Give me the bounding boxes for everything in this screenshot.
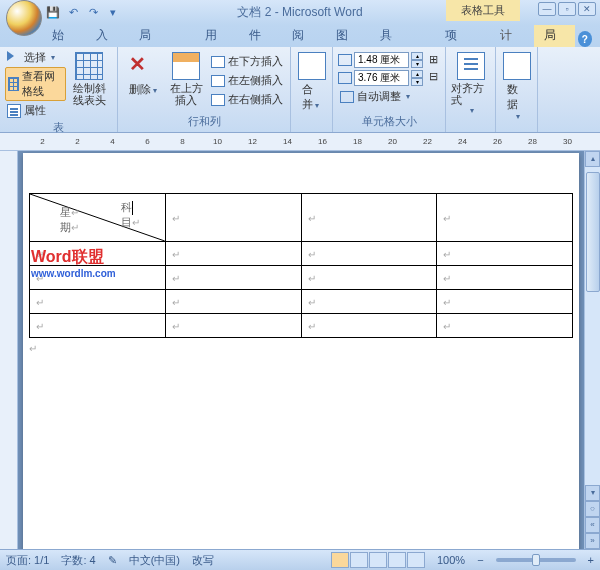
prev-page-button[interactable]: « [585,517,600,533]
overtype-indicator[interactable]: 改写 [192,553,214,568]
table-cell[interactable]: ↵ [165,242,301,266]
table-cell[interactable]: ↵ [301,194,437,242]
merge-button[interactable]: 合并▾ [296,49,327,115]
grid-icon [8,77,19,91]
help-icon[interactable]: ? [578,31,593,47]
table-cell[interactable]: ↵ [301,290,437,314]
draw-diagonal-header-button[interactable]: 绘制斜线表头 [66,49,112,119]
delete-icon [129,52,157,80]
chevron-down-icon: ▾ [315,101,319,110]
next-page-button[interactable]: » [585,533,600,549]
outline-view-button[interactable] [388,552,406,568]
browse-object-button[interactable]: ○ [585,501,600,517]
distribute-rows-button[interactable]: ⊞ [427,52,440,67]
distribute-cols-button[interactable]: ⊟ [427,69,440,84]
scroll-up-button[interactable]: ▴ [585,151,600,167]
insert-below-button[interactable]: 在下方插入 [209,53,285,70]
fullscreen-view-button[interactable] [350,552,368,568]
data-button[interactable]: 数据 ▾ [501,49,532,124]
undo-icon[interactable]: ↶ [65,5,81,21]
table-cell[interactable]: ↵ [437,242,573,266]
table-row[interactable]: ↵↵↵↵ [30,290,573,314]
restore-button[interactable]: ▫ [558,2,576,16]
table-cell[interactable]: ↵ [165,266,301,290]
office-button[interactable] [6,0,42,36]
row-height-control: ▴▾ [338,52,423,68]
insert-below-icon [211,56,225,68]
autofit-button[interactable]: 自动调整▾ [338,88,423,105]
width-up-button[interactable]: ▴ [411,70,423,78]
distribute-rows-icon: ⊞ [429,53,438,66]
scroll-track[interactable] [585,167,600,485]
minimize-button[interactable]: — [538,2,556,16]
table-cell[interactable]: ↵ [301,242,437,266]
table-cell[interactable]: ↵ [437,290,573,314]
height-up-button[interactable]: ▴ [411,52,423,60]
table-cell[interactable]: ↵ [437,194,573,242]
web-view-button[interactable] [369,552,387,568]
insert-above-icon [172,52,200,80]
status-bar: 页面: 1/1 字数: 4 ✎ 中文(中国) 改写 100% − + [0,549,600,570]
document-scroll-area[interactable]: Word联盟 www.wordlm.com 科目↵ 星↵期↵ ↵ ↵ ↵ ↵↵↵… [18,151,584,549]
proofing-icon[interactable]: ✎ [108,554,117,567]
chevron-down-icon: ▾ [516,112,520,121]
table-cell[interactable]: ↵ [165,290,301,314]
ribbon-group-align: 对齐方式 ▾ [446,47,496,132]
properties-icon [7,104,21,118]
table-cell[interactable]: ↵ [437,314,573,338]
height-down-button[interactable]: ▾ [411,60,423,68]
vertical-scrollbar[interactable]: ▴ ▾ ○ « » [584,151,600,549]
insert-left-button[interactable]: 在左侧插入 [209,72,285,89]
table-cell[interactable]: ↵ [165,314,301,338]
table-row[interactable]: 科目↵ 星↵期↵ ↵ ↵ ↵ [30,194,573,242]
width-down-button[interactable]: ▾ [411,78,423,86]
select-button[interactable]: 选择▾ [5,49,66,66]
zoom-thumb[interactable] [532,554,540,566]
table-cell[interactable]: ↵ [165,194,301,242]
zoom-slider[interactable] [496,558,576,562]
table-cell[interactable]: ↵ [30,314,166,338]
properties-button[interactable]: 属性 [5,102,66,119]
language-indicator[interactable]: 中文(中国) [129,553,180,568]
align-icon [457,52,485,80]
delete-button[interactable]: 删除▾ [123,49,163,109]
print-layout-view-button[interactable] [331,552,349,568]
draft-view-button[interactable] [407,552,425,568]
group-label-data [501,128,532,130]
table-cell[interactable]: ↵ [30,290,166,314]
page-indicator[interactable]: 页面: 1/1 [6,553,49,568]
insert-right-icon [211,94,225,106]
alignment-button[interactable]: 对齐方式 ▾ [451,49,490,118]
text-cursor [132,201,133,215]
col-width-input[interactable] [354,70,409,86]
quick-access-toolbar: 💾 ↶ ↷ ▾ [45,5,121,21]
table-cell[interactable]: ↵ [301,266,437,290]
zoom-out-button[interactable]: − [477,554,483,566]
document-page[interactable]: Word联盟 www.wordlm.com 科目↵ 星↵期↵ ↵ ↵ ↵ ↵↵↵… [23,153,579,549]
insert-above-button[interactable]: 在上方插入 [163,49,209,109]
table-cell[interactable]: ↵ [301,314,437,338]
table-cell[interactable]: ↵ [437,266,573,290]
scroll-down-button[interactable]: ▾ [585,485,600,501]
ribbon-group-merge: 合并▾ [291,47,333,132]
row-height-input[interactable] [354,52,409,68]
zoom-in-button[interactable]: + [588,554,594,566]
group-label-cellsize: 单元格大小 [338,113,440,130]
zoom-level[interactable]: 100% [437,554,465,566]
data-icon [503,52,531,80]
ruler-horizontal[interactable]: 224681012141618202224262830 [0,133,600,151]
word-count[interactable]: 字数: 4 [61,553,95,568]
close-button[interactable]: ✕ [578,2,596,16]
insert-right-button[interactable]: 在右侧插入 [209,91,285,108]
ruler-vertical[interactable] [0,151,18,549]
ribbon-group-cellsize: ▴▾ ▴▾ 自动调整▾ ⊞ ⊟ 单元格大小 [333,47,446,132]
merge-icon [298,52,326,80]
title-bar: 💾 ↶ ↷ ▾ 文档 2 - Microsoft Word 表格工具 — ▫ ✕ [0,0,600,25]
save-icon[interactable]: 💾 [45,5,61,21]
gridlines-button[interactable]: 查看网格线 [5,67,66,101]
redo-icon[interactable]: ↷ [85,5,101,21]
scroll-thumb[interactable] [586,172,600,292]
qat-customize-icon[interactable]: ▾ [105,5,121,21]
table-header-diagonal-cell[interactable]: 科目↵ 星↵期↵ [30,194,166,242]
table-row[interactable]: ↵↵↵↵ [30,314,573,338]
